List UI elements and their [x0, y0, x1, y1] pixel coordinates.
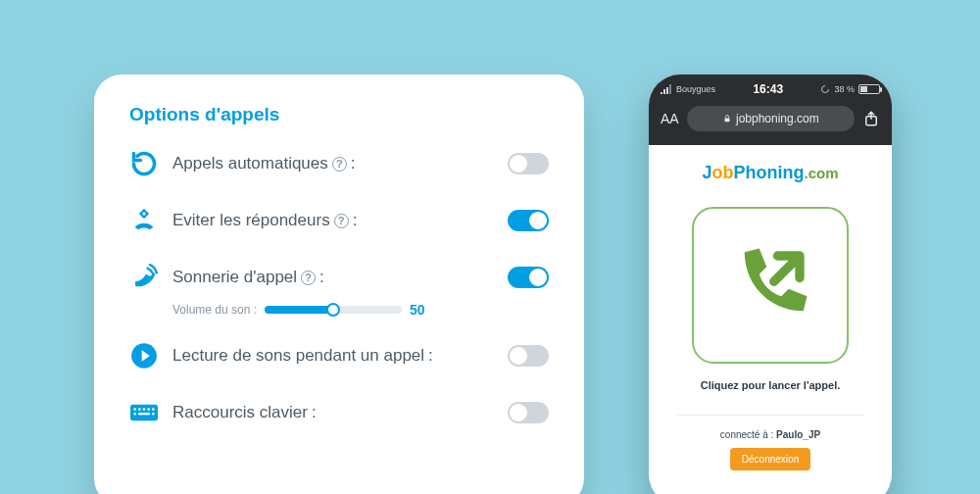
volume-row: Volume du son : 50 [172, 302, 549, 318]
signal-icon [661, 84, 672, 94]
option-play-sounds: Lecture de sons pendant un appel : [129, 341, 549, 370]
option-label: Lecture de sons pendant un appel : [172, 346, 433, 366]
svg-rect-4 [138, 408, 140, 410]
option-ringtone: Sonnerie d'appel ? : [129, 263, 549, 292]
address-bar[interactable]: jobphoning.com [687, 106, 855, 131]
divider [677, 415, 862, 416]
option-text: Appels automatiques [172, 154, 328, 173]
option-label: Raccourcis clavier : [172, 403, 317, 422]
option-text: Eviter les répondeurs [172, 211, 330, 230]
battery-icon [858, 84, 880, 94]
option-label: Appels automatiques ? : [172, 154, 356, 173]
orientation-lock-icon [820, 84, 830, 94]
svg-rect-5 [143, 408, 145, 410]
toggle-kb-shortcuts[interactable] [508, 402, 549, 423]
avoid-answer-icon [129, 206, 159, 235]
clock: 16:43 [715, 82, 820, 96]
help-icon[interactable]: ? [332, 157, 347, 172]
svg-rect-10 [152, 413, 154, 415]
phone-content: JobPhoning.com Cliquez pour lancer l'app… [649, 145, 892, 470]
logout-button[interactable]: Déconnexion [730, 448, 810, 470]
brand-com: .com [804, 165, 838, 181]
option-label: Sonnerie d'appel ? : [172, 268, 324, 287]
refresh-icon [129, 149, 159, 178]
phone-chrome: Bouygues 16:43 38 % AA jobphoning.com [649, 74, 892, 145]
toggle-avoid-answerers[interactable] [508, 210, 549, 231]
carrier-label: Bouygues [676, 84, 715, 94]
ringing-phone-icon [129, 263, 159, 292]
help-icon[interactable]: ? [334, 214, 349, 228]
volume-label: Volume du son : [172, 303, 257, 317]
svg-rect-7 [152, 408, 154, 410]
svg-rect-9 [138, 413, 150, 415]
connected-user: Paulo_JP [776, 429, 820, 440]
colon: : [319, 268, 324, 287]
brand-ph: Phoning [734, 163, 805, 182]
colon: : [353, 211, 358, 230]
svg-rect-11 [724, 119, 729, 123]
brand-ob: ob [712, 163, 734, 182]
colon: : [428, 346, 433, 366]
battery-pct: 38 % [834, 84, 855, 94]
option-text: Raccourcis clavier [172, 403, 308, 422]
connected-status: connecté à : Paulo_JP [662, 429, 878, 440]
brand-j: J [702, 163, 711, 182]
option-kb-shortcuts: Raccourcis clavier : [129, 398, 549, 427]
colon: : [351, 154, 356, 173]
volume-slider[interactable] [265, 306, 402, 314]
help-icon[interactable]: ? [301, 271, 316, 285]
connected-prefix: connecté à : [720, 429, 776, 440]
option-avoid-answerers: Eviter les répondeurs ? : [129, 206, 549, 235]
call-options-card: Options d'appels Appels automatiques ? :… [94, 74, 584, 494]
outgoing-call-icon [726, 241, 814, 329]
phone-mockup: Bouygues 16:43 38 % AA jobphoning.com Jo… [649, 74, 892, 494]
lock-icon [722, 114, 732, 124]
option-text: Sonnerie d'appel [172, 268, 297, 287]
toggle-play-sounds[interactable] [508, 345, 549, 367]
svg-rect-3 [134, 408, 136, 410]
url-text: jobphoning.com [736, 112, 819, 125]
option-label: Eviter les répondeurs ? : [172, 211, 357, 230]
status-bar: Bouygues 16:43 38 % [661, 82, 880, 96]
option-auto-calls: Appels automatiques ? : [129, 149, 549, 178]
svg-rect-6 [148, 408, 150, 410]
svg-rect-8 [134, 413, 136, 415]
toggle-auto-calls[interactable] [508, 153, 549, 174]
brand-logo: JobPhoning.com [662, 163, 878, 183]
call-hint: Cliquez pour lancer l'appel. [662, 379, 878, 391]
volume-value: 50 [410, 302, 425, 318]
share-icon[interactable] [862, 110, 880, 127]
toggle-ringtone[interactable] [508, 267, 549, 288]
text-size-icon[interactable]: AA [661, 111, 679, 126]
keyboard-icon [129, 398, 159, 427]
launch-call-button[interactable] [692, 207, 849, 364]
card-title: Options d'appels [129, 104, 549, 125]
option-text: Lecture de sons pendant un appel [172, 346, 424, 366]
browser-urlbar: AA jobphoning.com [661, 106, 880, 131]
colon: : [312, 403, 317, 422]
play-icon [129, 341, 159, 370]
status-right: 38 % [820, 84, 880, 94]
